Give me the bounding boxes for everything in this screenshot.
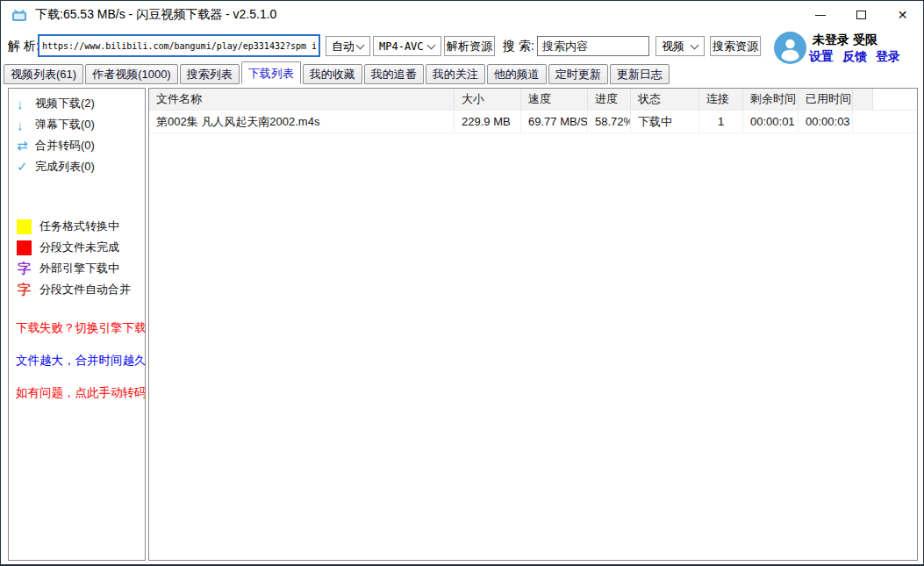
download-table-panel: 文件名称 大小 速度 进度 状态 连接 剩余时间 已用时间 第002集 凡人风起…: [148, 88, 918, 561]
column-header-connections[interactable]: 连接: [699, 89, 743, 110]
search-resource-button[interactable]: 搜索资源: [710, 36, 761, 56]
tab-my-favorites[interactable]: 我的收藏: [303, 64, 362, 84]
close-button[interactable]: ✕: [882, 1, 923, 29]
sidebar-panel: ↓ 视频下载(2) ↓ 弹幕下载(0) ⇄ 合并转码(0) ✓ 完成列表(0) …: [8, 88, 146, 561]
parse-mode-select[interactable]: 自动: [326, 36, 370, 56]
download-arrow-icon: ↓: [17, 118, 35, 133]
window-title: 下载:65.53 MB/s - 闪豆视频下载器 - v2.5.1.0: [35, 7, 276, 23]
login-link[interactable]: 登录: [876, 49, 900, 65]
cell-filename: 第002集 凡人风起天南2002.m4s: [149, 111, 455, 133]
feedback-link[interactable]: 反馈: [842, 49, 867, 65]
column-header-remaining[interactable]: 剩余时间: [743, 89, 799, 110]
table-header-row: 文件名称 大小 速度 进度 状态 连接 剩余时间 已用时间: [149, 89, 917, 111]
format-value: MP4-AVC: [379, 40, 425, 53]
column-header-filename[interactable]: 文件名称: [149, 89, 455, 110]
cell-remaining: 00:00:01: [743, 111, 799, 133]
format-select[interactable]: MP4-AVC: [373, 36, 441, 56]
legend-item-auto-merge: 字 分段文件自动合并: [9, 279, 145, 300]
note-switch-engine[interactable]: 下载失败？切换引擎下载: [16, 321, 145, 335]
table-row[interactable]: 第002集 凡人风起天南2002.m4s 229.9 MB 69.77 MB/S…: [149, 111, 917, 133]
queue-label: 视频下载(2): [35, 96, 95, 111]
sidebar-item-video-download[interactable]: ↓ 视频下载(2): [9, 93, 145, 114]
url-input[interactable]: [38, 34, 320, 57]
login-status-text: 未登录 受限: [813, 32, 877, 48]
sidebar-item-merge-transcode[interactable]: ⇄ 合并转码(0): [9, 135, 145, 156]
search-type-value: 视频: [662, 39, 688, 54]
titlebar: 下载:65.53 MB/s - 闪豆视频下载器 - v2.5.1.0 ✕: [1, 1, 923, 29]
purple-char-icon: 字: [17, 261, 32, 277]
tab-author-videos[interactable]: 作者视频(1000): [85, 64, 178, 84]
app-window: 下载:65.53 MB/s - 闪豆视频下载器 - v2.5.1.0 ✕ 解 析…: [0, 0, 924, 566]
user-avatar-icon[interactable]: [774, 32, 806, 64]
queue-label: 完成列表(0): [35, 159, 95, 175]
maximize-button[interactable]: [841, 1, 882, 29]
legend-label: 外部引擎下载中: [39, 261, 119, 276]
close-icon: ✕: [898, 9, 908, 21]
minimize-button[interactable]: [799, 1, 841, 29]
red-square-icon: [17, 240, 32, 255]
parse-label: 解 析:: [8, 39, 39, 54]
chevron-down-icon: [427, 40, 436, 49]
search-input[interactable]: [537, 36, 649, 56]
cell-status: 下载中: [631, 111, 699, 133]
check-icon: ✓: [17, 159, 35, 175]
queue-list: ↓ 视频下载(2) ↓ 弹幕下载(0) ⇄ 合并转码(0) ✓ 完成列表(0): [9, 89, 145, 177]
maximize-icon: [856, 11, 866, 19]
column-header-elapsed[interactable]: 已用时间: [799, 89, 853, 110]
tab-changelog[interactable]: 更新日志: [610, 64, 670, 84]
account-links: 设置 反馈 登录: [809, 49, 900, 65]
legend-item-converting: 任务格式转换中: [9, 216, 145, 237]
window-controls: ✕: [799, 1, 923, 29]
column-header-progress[interactable]: 进度: [588, 89, 631, 110]
swap-arrows-icon: ⇄: [17, 138, 35, 154]
tab-search-list[interactable]: 搜索列表: [180, 64, 240, 84]
app-logo-tv-icon: [11, 8, 27, 22]
header-filler: [853, 89, 873, 110]
chevron-down-icon: [356, 40, 365, 49]
tab-video-list[interactable]: 视频列表(61): [4, 64, 83, 84]
tab-my-bangumi[interactable]: 我的追番: [364, 64, 424, 84]
sidebar-notes: 下载失败？切换引擎下载 文件越大，合并时间越久 如有问题，点此手动转码: [9, 321, 145, 400]
search-label: 搜 索:: [503, 39, 534, 54]
legend-label: 分段文件未完成: [39, 240, 119, 255]
legend-item-segment-incomplete: 分段文件未完成: [9, 237, 145, 258]
tab-download-list[interactable]: 下载列表: [241, 61, 301, 84]
cell-size: 229.9 MB: [455, 111, 521, 133]
sidebar-item-completed-list[interactable]: ✓ 完成列表(0): [9, 156, 145, 177]
parse-mode-value: 自动: [332, 39, 354, 54]
parse-resource-button[interactable]: 解析资源: [444, 36, 495, 56]
queue-label: 合并转码(0): [35, 138, 95, 154]
yellow-square-icon: [17, 219, 32, 234]
tab-my-follows[interactable]: 我的关注: [426, 64, 485, 84]
legend-item-external-engine: 字 外部引擎下载中: [9, 258, 145, 279]
legend-label: 分段文件自动合并: [39, 282, 131, 297]
note-merge-time: 文件越大，合并时间越久: [16, 354, 145, 368]
tab-strip: 视频列表(61) 作者视频(1000) 搜索列表 下载列表 我的收藏 我的追番 …: [4, 61, 671, 84]
sidebar-item-danmaku-download[interactable]: ↓ 弹幕下载(0): [9, 114, 145, 135]
column-header-status[interactable]: 状态: [631, 89, 699, 110]
note-manual-transcode[interactable]: 如有问题，点此手动转码: [16, 386, 145, 400]
chevron-down-icon: [691, 40, 699, 49]
cell-progress: 58.72%: [588, 111, 631, 133]
column-header-size[interactable]: 大小: [455, 89, 521, 110]
download-arrow-icon: ↓: [17, 97, 35, 111]
search-type-select[interactable]: 视频: [655, 36, 705, 56]
minimize-icon: [815, 15, 826, 16]
status-legend: 任务格式转换中 分段文件未完成 字 外部引擎下载中 字 分段文件自动合并: [9, 216, 145, 300]
red-char-icon: 字: [17, 282, 32, 298]
legend-label: 任务格式转换中: [39, 219, 119, 234]
cell-elapsed: 00:00:03: [799, 111, 853, 133]
column-header-speed[interactable]: 速度: [521, 89, 588, 110]
settings-link[interactable]: 设置: [809, 49, 834, 65]
tab-his-channel[interactable]: 他的频道: [487, 64, 547, 84]
cell-connections: 1: [699, 111, 743, 133]
tab-scheduled-update[interactable]: 定时更新: [548, 64, 608, 84]
queue-label: 弹幕下载(0): [35, 117, 95, 133]
cell-speed: 69.77 MB/S: [521, 111, 588, 133]
